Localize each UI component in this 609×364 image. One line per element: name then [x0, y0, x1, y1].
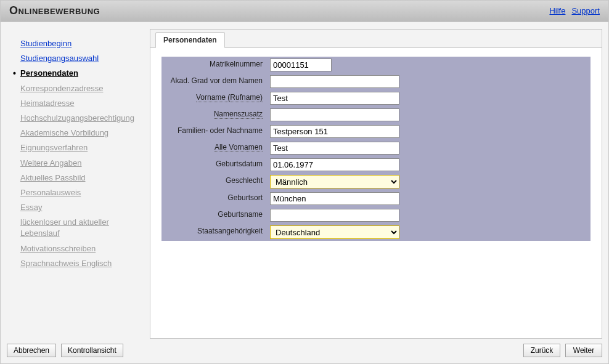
select-staatsangehoerigkeit[interactable]: Deutschland — [270, 225, 399, 239]
sidebar-item-label: Personalausweis — [20, 188, 81, 197]
sidebar-item-label: Motivationsschreiben — [20, 244, 96, 253]
support-link[interactable]: Support — [571, 6, 600, 15]
app-window: Onlinebewerbung Hilfe Support Studienbeg… — [0, 0, 609, 364]
label-staatsangehoerigkeit: Staatsangehörigkeit — [161, 224, 268, 241]
page-title: Onlinebewerbung — [9, 4, 100, 17]
body: Studienbeginn Studiengangsauswahl Person… — [1, 22, 608, 339]
sidebar-item-label: Essay — [20, 203, 42, 212]
sidebar-item-weitere-angaben: Weitere Angaben — [13, 156, 150, 171]
input-alle-vornamen[interactable] — [270, 142, 399, 155]
label-alle-vornamen: Alle Vornamen — [161, 140, 268, 156]
sidebar: Studienbeginn Studiengangsauswahl Person… — [7, 29, 150, 339]
sidebar-item-sprachnachweis: Sprachnachweis Englisch — [13, 256, 150, 271]
sidebar-list: Studienbeginn Studiengangsauswahl Person… — [13, 36, 150, 271]
sidebar-item-personalausweis: Personalausweis — [13, 185, 150, 200]
sidebar-item-lebenslauf: lückenloser und aktueller Lebenslauf — [13, 215, 150, 241]
select-geschlecht[interactable]: Männlich — [270, 175, 399, 188]
sidebar-item-personendaten[interactable]: Personendaten — [13, 66, 150, 81]
kontrollansicht-button[interactable]: Kontrollansicht — [61, 344, 123, 357]
next-button[interactable]: Weiter — [565, 344, 602, 357]
tab-personendaten[interactable]: Personendaten — [155, 32, 225, 48]
sidebar-item-heimatadresse: Heimatadresse — [13, 96, 150, 111]
label-geburtsdatum: Geburtsdatum — [161, 156, 268, 173]
label-akad-grad: Akad. Grad vor dem Namen — [161, 73, 268, 90]
form-area: Matrikelnummer Akad. Grad vor dem Namen … — [150, 48, 602, 338]
label-nachname: Familien- oder Nachname — [161, 123, 268, 140]
help-link[interactable]: Hilfe — [549, 6, 565, 15]
label-geburtsort: Geburtsort — [161, 190, 268, 207]
sidebar-item-label: Heimatadresse — [20, 99, 74, 108]
tabstrip: Personendaten — [150, 30, 602, 48]
sidebar-item-label: Weitere Angaben — [20, 158, 82, 168]
sidebar-item-label: Studiengangsauswahl — [20, 54, 99, 63]
label-geschlecht: Geschlecht — [161, 173, 268, 190]
main-panel: Personendaten Matrikelnummer Akad. Grad … — [150, 29, 602, 339]
sidebar-item-label: Eignungsverfahren — [20, 143, 88, 152]
footer-left: Abbrechen Kontrollansicht — [7, 344, 123, 357]
label-matrikelnummer: Matrikelnummer — [161, 57, 268, 73]
sidebar-item-akademische-vorbildung: Akademische Vorbildung — [13, 126, 150, 140]
footer-right: Zurück Weiter — [523, 344, 602, 357]
sidebar-item-korrespondenzadresse: Korrespondenzadresse — [13, 81, 150, 96]
sidebar-item-label: Akademische Vorbildung — [20, 128, 108, 137]
sidebar-item-label: Aktuelles Passbild — [20, 173, 86, 182]
sidebar-item-aktuelles-passbild: Aktuelles Passbild — [13, 171, 150, 185]
sidebar-item-eignungsverfahren: Eignungsverfahren — [13, 140, 150, 155]
sidebar-item-essay: Essay — [13, 200, 150, 215]
sidebar-item-label: lückenloser und aktueller Lebenslauf — [20, 217, 109, 238]
input-geburtsdatum[interactable] — [270, 158, 399, 171]
footer: Abbrechen Kontrollansicht Zurück Weiter — [1, 339, 608, 363]
sidebar-item-label: Personendaten — [20, 68, 78, 78]
input-akad-grad[interactable] — [270, 75, 399, 88]
sidebar-item-label: Hochschulzugangsberechtigung — [20, 113, 134, 123]
sidebar-item-label: Studienbeginn — [20, 39, 72, 48]
input-matrikelnummer — [270, 59, 332, 71]
sidebar-item-motivationsschreiben: Motivationsschreiben — [13, 241, 150, 256]
input-geburtsname[interactable] — [270, 209, 399, 222]
label-geburtsname: Geburtsname — [161, 207, 268, 224]
label-vorname: Vorname (Rufname) — [161, 90, 268, 107]
label-namenszusatz: Namenszusatz — [161, 107, 268, 123]
header-links: Hilfe Support — [549, 6, 600, 15]
sidebar-item-studiengangsauswahl[interactable]: Studiengangsauswahl — [13, 51, 150, 66]
header-bar: Onlinebewerbung Hilfe Support — [1, 1, 608, 22]
sidebar-item-hochschulzugangsberechtigung: Hochschulzugangsberechtigung — [13, 111, 150, 126]
input-geburtsort[interactable] — [270, 192, 399, 205]
input-namenszusatz[interactable] — [270, 108, 399, 121]
input-vorname[interactable] — [270, 92, 399, 105]
input-nachname[interactable] — [270, 125, 399, 138]
form-grid: Matrikelnummer Akad. Grad vor dem Namen … — [161, 57, 591, 241]
sidebar-item-studienbeginn[interactable]: Studienbeginn — [13, 36, 150, 51]
cancel-button[interactable]: Abbrechen — [7, 344, 56, 357]
sidebar-item-label: Sprachnachweis Englisch — [20, 259, 112, 268]
sidebar-item-label: Korrespondenzadresse — [20, 84, 103, 93]
back-button[interactable]: Zurück — [523, 344, 560, 357]
